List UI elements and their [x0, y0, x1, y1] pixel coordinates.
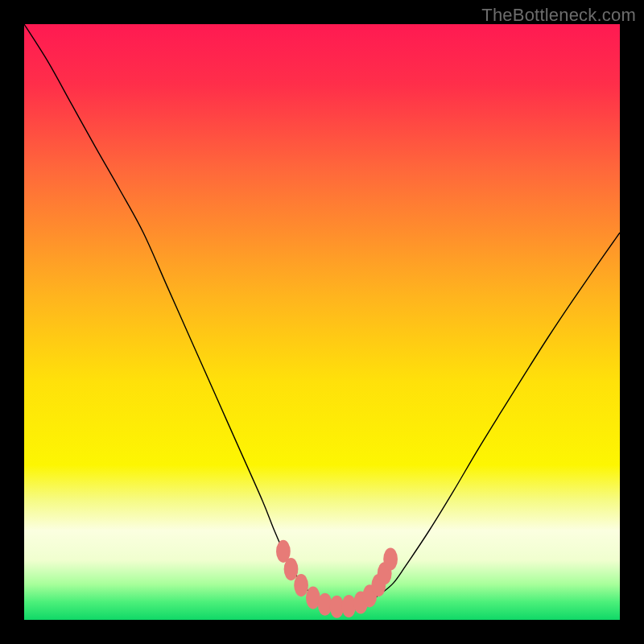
chart-frame: TheBottleneck.com — [0, 0, 644, 644]
chart-svg — [24, 24, 620, 620]
valley-marker — [284, 558, 299, 580]
valley-marker — [341, 595, 356, 617]
gradient-background — [24, 24, 620, 620]
plot-area — [24, 24, 620, 620]
valley-marker — [294, 574, 308, 597]
valley-marker — [383, 547, 398, 570]
watermark-text: TheBottleneck.com — [481, 5, 636, 26]
